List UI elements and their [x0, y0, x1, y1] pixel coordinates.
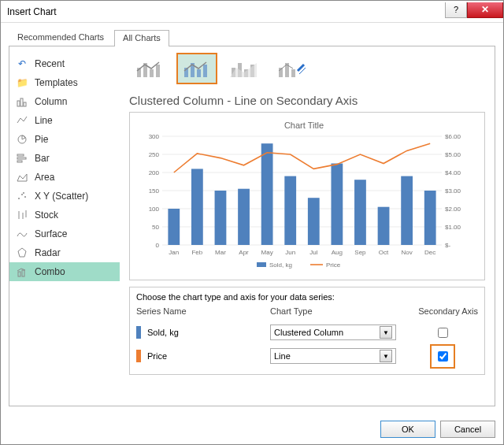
sidebar-item-stock[interactable]: Stock — [9, 206, 120, 224]
sidebar-item-surface[interactable]: Surface — [9, 224, 120, 243]
chart-preview: Chart Title050100150200250300$-$1.00$2.0… — [129, 112, 485, 280]
ok-button[interactable]: OK — [380, 421, 435, 438]
svg-rect-78 — [401, 176, 413, 245]
series-row-sold: Sold, kg Clustered Column ▼ — [136, 321, 478, 344]
sidebar-item-bar[interactable]: Bar — [9, 149, 120, 168]
svg-text:150: 150 — [149, 187, 160, 195]
svg-rect-75 — [331, 164, 343, 246]
subtype-custom[interactable] — [271, 53, 312, 84]
svg-text:0: 0 — [156, 242, 160, 249]
sidebar-item-column[interactable]: Column — [9, 92, 120, 111]
svg-rect-4 — [17, 154, 24, 156]
svg-text:Oct: Oct — [379, 249, 389, 256]
highlight-secondary-axis — [430, 344, 455, 369]
svg-text:Nov: Nov — [402, 249, 413, 256]
svg-rect-74 — [308, 198, 320, 245]
svg-rect-0 — [17, 101, 20, 106]
header-series-name: Series Name — [136, 306, 270, 316]
cancel-button[interactable]: Cancel — [440, 421, 495, 438]
sidebar-item-area[interactable]: Area — [9, 168, 120, 187]
help-button[interactable]: ? — [445, 2, 467, 18]
sidebar-item-radar[interactable]: Radar — [9, 243, 120, 262]
combo-icon — [16, 265, 28, 278]
insert-chart-dialog: Insert Chart ? ✕ Recommended Charts All … — [0, 0, 504, 445]
svg-text:300: 300 — [149, 133, 160, 140]
preview-title: Clustered Column - Line on Secondary Axi… — [129, 94, 485, 107]
svg-rect-80 — [257, 262, 266, 267]
svg-rect-17 — [22, 270, 24, 276]
subtype-clustered-column-line[interactable] — [129, 53, 170, 84]
subtype-stacked-area-column[interactable] — [224, 53, 265, 84]
series-row-price: Price Line ▼ — [136, 344, 478, 368]
svg-point-11 — [23, 192, 24, 194]
svg-rect-68 — [168, 209, 180, 245]
svg-marker-15 — [18, 248, 26, 257]
close-button[interactable]: ✕ — [467, 2, 503, 18]
svg-text:$6.00: $6.00 — [445, 133, 461, 140]
sidebar-item-templates[interactable]: 📁Templates — [9, 73, 120, 92]
window-title: Insert Chart — [7, 6, 57, 17]
svg-text:Chart Title: Chart Title — [284, 121, 324, 130]
chart-type-dropdown-price[interactable]: Line ▼ — [270, 348, 396, 364]
chevron-down-icon: ▼ — [380, 326, 392, 339]
recent-icon: ↶ — [16, 57, 28, 70]
sidebar-item-pie[interactable]: Pie — [9, 130, 120, 149]
svg-text:Sold, kg: Sold, kg — [269, 261, 292, 269]
svg-rect-71 — [238, 189, 250, 245]
tabstrip: Recommended Charts All Charts — [9, 29, 495, 46]
sidebar-item-line[interactable]: Line — [9, 111, 120, 130]
svg-text:$-: $- — [445, 242, 450, 249]
svg-text:250: 250 — [149, 151, 160, 158]
combo-chart: Chart Title050100150200250300$-$1.00$2.0… — [135, 117, 473, 275]
scatter-icon — [16, 190, 28, 202]
svg-rect-1 — [20, 98, 23, 106]
chart-category-sidebar: ↶Recent 📁Templates Column Line Pie Bar A… — [9, 46, 120, 406]
templates-icon: 📁 — [16, 76, 28, 89]
secondary-axis-checkbox-price[interactable] — [438, 351, 448, 362]
svg-rect-5 — [17, 158, 26, 159]
line-icon — [16, 114, 28, 127]
svg-rect-24 — [197, 69, 201, 77]
sidebar-item-scatter[interactable]: X Y (Scatter) — [9, 187, 120, 206]
svg-text:Jun: Jun — [285, 249, 295, 256]
svg-rect-77 — [378, 207, 390, 245]
tab-recommended[interactable]: Recommended Charts — [9, 29, 113, 46]
pie-icon — [16, 133, 28, 146]
svg-text:Sep: Sep — [354, 249, 366, 256]
svg-rect-16 — [18, 272, 20, 276]
series-name-sold: Sold, kg — [147, 328, 179, 337]
svg-text:Mar: Mar — [215, 249, 226, 256]
subtype-clustered-column-line-secondary[interactable] — [176, 53, 217, 84]
svg-rect-33 — [291, 69, 295, 77]
svg-text:May: May — [261, 249, 273, 256]
stock-icon — [16, 209, 28, 221]
svg-rect-21 — [156, 65, 160, 77]
svg-rect-69 — [191, 169, 203, 245]
sidebar-item-recent[interactable]: ↶Recent — [9, 54, 120, 73]
svg-text:50: 50 — [152, 224, 159, 231]
svg-text:$1.00: $1.00 — [445, 224, 461, 231]
svg-rect-73 — [284, 176, 296, 245]
svg-text:Dec: Dec — [424, 249, 435, 256]
svg-text:Feb: Feb — [191, 249, 202, 256]
secondary-axis-checkbox-sold[interactable] — [438, 328, 448, 338]
sidebar-item-combo[interactable]: Combo — [9, 262, 120, 281]
svg-rect-79 — [424, 191, 436, 245]
svg-rect-25 — [203, 65, 207, 77]
header-secondary-axis: Secondary Axis — [407, 306, 478, 316]
combo-subtype-row — [129, 53, 485, 84]
svg-text:$5.00: $5.00 — [445, 151, 461, 158]
svg-text:Price: Price — [326, 261, 341, 269]
radar-icon — [16, 247, 28, 259]
svg-text:100: 100 — [149, 206, 160, 213]
svg-text:200: 200 — [149, 169, 160, 176]
chart-type-dropdown-sold[interactable]: Clustered Column ▼ — [270, 324, 396, 340]
bar-icon — [16, 152, 28, 165]
chevron-down-icon: ▼ — [380, 350, 392, 362]
svg-text:Jan: Jan — [169, 249, 179, 256]
svg-text:Jul: Jul — [309, 249, 317, 256]
tab-all-charts[interactable]: All Charts — [114, 30, 169, 46]
svg-point-10 — [24, 196, 26, 198]
svg-rect-20 — [150, 69, 154, 77]
series-name-price: Price — [147, 351, 167, 361]
